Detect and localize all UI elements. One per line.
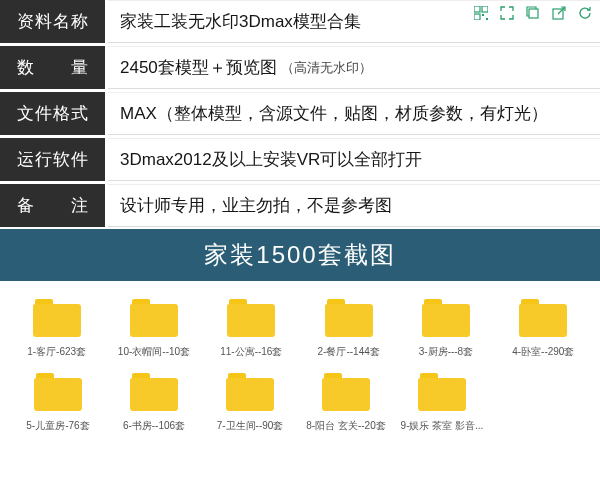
info-value-text: 设计师专用，业主勿拍，不是参考图 [120,194,392,217]
folder-label: 8-阳台 玄关--20套 [300,419,392,433]
folder-item[interactable]: 11-公寓--16套 [205,299,297,359]
svg-rect-4 [486,18,488,20]
info-row-qty: 数 量 2450套模型＋预览图 （高清无水印） [0,46,600,89]
info-label: 文件格式 [0,92,105,135]
folder-label: 9-娱乐 茶室 影音... [396,419,488,433]
tool-qr-icon[interactable] [472,4,490,22]
folder-item[interactable]: 9-娱乐 茶室 影音... [396,373,488,433]
folder-icon [33,299,81,337]
info-value-text: MAX（整体模型，含源文件，贴图，材质参数，有灯光） [120,102,548,125]
folder-row: 1-客厅-623套 10-衣帽间--10套 11-公寓--16套 2-餐厅--1… [8,299,592,359]
svg-rect-1 [482,6,488,12]
info-value: MAX（整体模型，含源文件，贴图，材质参数，有灯光） [108,92,600,135]
folder-icon [226,373,274,411]
info-row-software: 运行软件 3Dmax2012及以上安装VR可以全部打开 [0,138,600,181]
folder-label: 10-衣帽间--10套 [108,345,200,359]
folder-icon [418,373,466,411]
folder-icon [130,373,178,411]
folder-icon [519,299,567,337]
info-label: 资料名称 [0,0,105,43]
info-value-text: 2450套模型＋预览图 [120,56,277,79]
folder-item[interactable]: 5-儿童房-76套 [12,373,104,433]
info-label: 运行软件 [0,138,105,181]
folder-item[interactable]: 1-客厅-623套 [11,299,103,359]
svg-rect-0 [474,6,480,12]
info-table: 资料名称 家装工装无水印3Dmax模型合集 数 量 2450套模型＋预览图 （高… [0,0,600,227]
folder-icon [322,373,370,411]
section-banner: 家装1500套截图 [0,229,600,281]
folder-item[interactable]: 10-衣帽间--10套 [108,299,200,359]
folder-item[interactable]: 3-厨房---8套 [400,299,492,359]
folder-icon [325,299,373,337]
folder-item[interactable]: 2-餐厅--144套 [303,299,395,359]
info-label: 数 量 [0,46,105,89]
info-label: 备 注 [0,184,105,227]
tool-copy-icon[interactable] [524,4,542,22]
folder-label: 7-卫生间--90套 [204,419,296,433]
info-row-remark: 备 注 设计师专用，业主勿拍，不是参考图 [0,184,600,227]
tool-refresh-icon[interactable] [576,4,594,22]
folder-icon [34,373,82,411]
folder-item[interactable]: 6-书房--106套 [108,373,200,433]
folder-label: 6-书房--106套 [108,419,200,433]
folder-label: 2-餐厅--144套 [303,345,395,359]
info-value-text: 家装工装无水印3Dmax模型合集 [120,10,361,33]
svg-rect-3 [482,14,484,16]
folder-label: 1-客厅-623套 [11,345,103,359]
folder-label: 3-厨房---8套 [400,345,492,359]
svg-rect-2 [474,14,480,20]
info-value: 2450套模型＋预览图 （高清无水印） [108,46,600,89]
info-row-format: 文件格式 MAX（整体模型，含源文件，贴图，材质参数，有灯光） [0,92,600,135]
info-value-note: （高清无水印） [281,59,372,77]
folder-grid: 1-客厅-623套 10-衣帽间--10套 11-公寓--16套 2-餐厅--1… [0,281,600,433]
svg-rect-5 [529,9,538,18]
folder-icon [130,299,178,337]
folder-item[interactable]: 4-卧室--290套 [497,299,589,359]
tool-expand-icon[interactable] [498,4,516,22]
folder-label: 5-儿童房-76套 [12,419,104,433]
info-value: 3Dmax2012及以上安装VR可以全部打开 [108,138,600,181]
toolbar [472,4,594,22]
folder-item[interactable]: 7-卫生间--90套 [204,373,296,433]
info-value-text: 3Dmax2012及以上安装VR可以全部打开 [120,148,422,171]
folder-icon [422,299,470,337]
tool-external-icon[interactable] [550,4,568,22]
folder-label: 4-卧室--290套 [497,345,589,359]
folder-item[interactable]: 8-阳台 玄关--20套 [300,373,392,433]
folder-icon [227,299,275,337]
info-value: 设计师专用，业主勿拍，不是参考图 [108,184,600,227]
folder-row: 5-儿童房-76套 6-书房--106套 7-卫生间--90套 8-阳台 玄关-… [8,373,592,433]
folder-label: 11-公寓--16套 [205,345,297,359]
